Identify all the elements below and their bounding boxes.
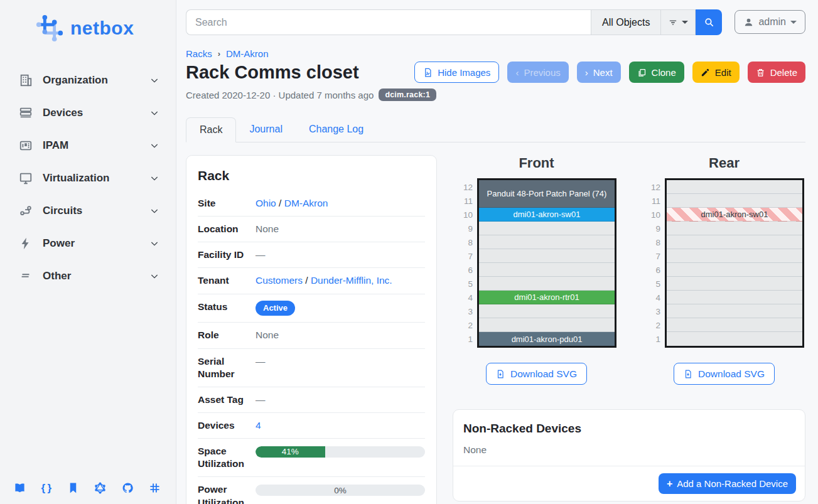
breadcrumb-racks[interactable]: Racks — [186, 48, 212, 59]
sidebar-item-virtualization[interactable]: Virtualization — [0, 162, 176, 195]
image-file-icon — [423, 68, 433, 77]
bookmark-icon[interactable] — [67, 482, 79, 494]
sidebar-item-label: Circuits — [43, 205, 149, 217]
search-scope-button[interactable]: All Objects — [591, 9, 660, 35]
separator: / — [279, 198, 281, 208]
rack-empty-slot[interactable] — [667, 291, 802, 304]
download-svg-rear-button[interactable]: Download SVG — [674, 363, 775, 385]
left-column: Rack Site Ohio / DM-Akron Location None … — [186, 155, 437, 504]
rack-empty-slot[interactable] — [667, 277, 802, 291]
rack-device[interactable]: dmi01-akron-sw01 — [479, 208, 615, 222]
netbox-logo-icon — [35, 14, 64, 43]
sidebar-item-power[interactable]: Power — [0, 227, 176, 260]
rack-empty-slot[interactable] — [479, 277, 615, 291]
object-id-badge: dcim.rack:1 — [379, 88, 436, 101]
code-braces-icon[interactable]: { } — [41, 482, 51, 494]
search-submit-button[interactable] — [696, 9, 722, 35]
front-title: Front — [519, 155, 554, 171]
hide-images-label: Hide Images — [438, 67, 490, 78]
tenant-link[interactable]: Dunder-Mifflin, Inc. — [311, 275, 392, 286]
chevron-right-icon: › — [585, 67, 588, 78]
rack-empty-slot[interactable] — [667, 222, 802, 235]
sidebar-footer: { } — [0, 482, 176, 504]
site-link[interactable]: DM-Akron — [284, 198, 328, 208]
download-svg-label: Download SVG — [510, 368, 577, 380]
rack-grid: dmi01-akron-sw01 — [665, 178, 804, 348]
chevron-down-icon — [149, 108, 159, 118]
netbox-logo[interactable]: netbox — [0, 0, 176, 46]
sidebar-item-organization[interactable]: Organization — [0, 64, 176, 97]
row-status: Status Active — [198, 294, 425, 323]
unit-number: 2 — [456, 318, 473, 332]
rack-empty-slot[interactable] — [667, 194, 802, 208]
devices-count-link[interactable]: 4 — [256, 420, 261, 431]
front-elevation: Front 121110987654321 Panduit 48-Port Pa… — [456, 155, 616, 385]
space-utilization-fill: 41% — [256, 446, 325, 458]
edit-label: Edit — [715, 67, 731, 78]
clone-button[interactable]: Clone — [629, 62, 684, 83]
previous-button[interactable]: ‹ Previous — [507, 62, 568, 83]
rack-elevations: Front 121110987654321 Panduit 48-Port Pa… — [453, 155, 805, 385]
unit-number: 1 — [644, 332, 660, 346]
unit-numbers: 121110987654321 — [644, 178, 660, 348]
transit-icon — [19, 204, 33, 218]
rack-empty-slot[interactable] — [667, 235, 802, 249]
rack-empty-slot[interactable] — [479, 263, 615, 277]
separator: / — [305, 275, 308, 286]
edit-button[interactable]: Edit — [692, 62, 740, 83]
tab-change-log[interactable]: Change Log — [296, 117, 377, 142]
docs-icon[interactable] — [14, 482, 26, 494]
unit-number: 5 — [644, 277, 660, 291]
action-buttons: Hide Images ‹ Previous › Next Clone Edit… — [414, 62, 805, 83]
rack-device[interactable]: Panduit 48-Port Patch Panel (74) — [479, 180, 615, 208]
download-svg-front-button[interactable]: Download SVG — [486, 363, 587, 385]
caret-down-icon — [790, 21, 797, 24]
rack-device[interactable]: dmi01-akron-rtr01 — [479, 291, 615, 304]
rack-empty-slot[interactable] — [667, 263, 802, 277]
sidebar-item-other[interactable]: Other — [0, 260, 176, 292]
bolt-icon — [19, 237, 33, 250]
row-label: Space Utilization — [198, 445, 256, 470]
sidebar-item-devices[interactable]: Devices — [0, 97, 176, 129]
user-menu-button[interactable]: admin — [735, 10, 805, 34]
facility-id-value: — — [256, 249, 425, 261]
site-region-link[interactable]: Ohio — [256, 198, 276, 208]
unit-number: 3 — [456, 304, 473, 318]
unit-number: 4 — [644, 291, 660, 304]
rack-device[interactable]: dmi01-akron-pdu01 — [479, 332, 615, 346]
row-label: Tenant — [198, 274, 256, 287]
hide-images-button[interactable]: Hide Images — [414, 62, 499, 83]
rack-empty-slot[interactable] — [479, 235, 615, 249]
tab-rack[interactable]: Rack — [186, 117, 236, 142]
rack-empty-slot[interactable] — [479, 222, 615, 235]
rack-empty-slot[interactable] — [667, 249, 802, 263]
rack-empty-slot[interactable] — [479, 304, 615, 318]
rack-empty-slot[interactable] — [479, 318, 615, 332]
file-download-icon — [684, 369, 692, 379]
rack-empty-slot[interactable] — [479, 249, 615, 263]
sidebar-item-circuits[interactable]: Circuits — [0, 195, 176, 227]
rack-device[interactable]: dmi01-akron-sw01 — [667, 208, 802, 222]
add-non-racked-device-button[interactable]: + Add a Non-Racked Device — [659, 473, 796, 494]
rack-empty-slot[interactable] — [667, 332, 802, 346]
github-icon[interactable] — [122, 482, 134, 494]
delete-button[interactable]: Delete — [748, 62, 805, 83]
breadcrumb-site[interactable]: DM-Akron — [226, 48, 269, 59]
search-input[interactable] — [186, 9, 591, 35]
search-icon — [704, 17, 714, 28]
row-role: Role None — [198, 322, 425, 348]
slack-icon[interactable] — [149, 482, 161, 494]
rack-empty-slot[interactable] — [667, 318, 802, 332]
sidebar-item-ipam[interactable]: IPAM — [0, 129, 176, 162]
rack-empty-slot[interactable] — [667, 180, 802, 194]
tenant-group-link[interactable]: Customers — [256, 275, 303, 286]
rack-empty-slot[interactable] — [667, 304, 802, 318]
graphql-icon[interactable] — [94, 482, 106, 494]
user-name: admin — [758, 16, 786, 28]
tab-journal[interactable]: Journal — [236, 117, 295, 142]
next-button[interactable]: › Next — [577, 62, 621, 83]
sidebar: netbox Organization Devices IPAM Virtual… — [0, 0, 176, 504]
row-power-utilization: Power Utilization 0% — [198, 476, 425, 504]
search-filter-button[interactable] — [660, 9, 696, 35]
download-svg-label: Download SVG — [698, 368, 765, 380]
